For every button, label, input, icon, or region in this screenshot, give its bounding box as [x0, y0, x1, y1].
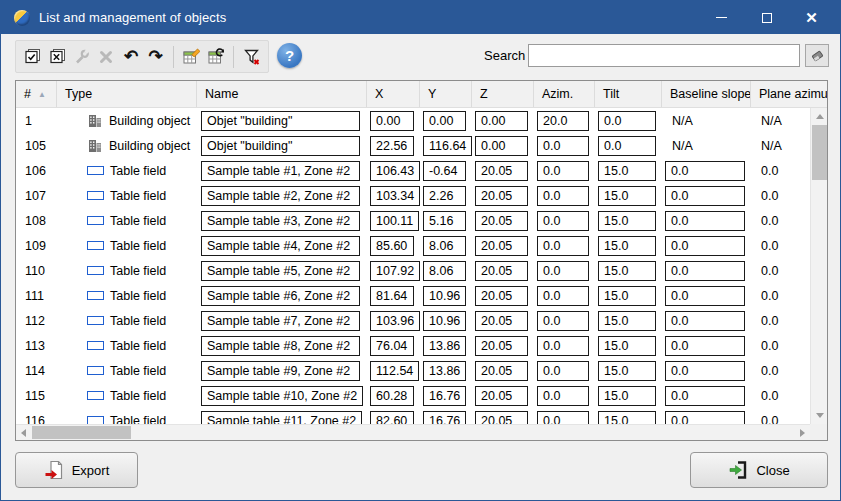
- tilt-field[interactable]: 15.0: [598, 311, 656, 331]
- vertical-scrollbar-thumb[interactable]: [812, 125, 827, 180]
- z-field[interactable]: 20.05: [475, 211, 528, 231]
- azimuth-field[interactable]: 0.0: [537, 136, 589, 156]
- tilt-field[interactable]: 15.0: [598, 186, 656, 206]
- tilt-field[interactable]: 15.0: [598, 161, 656, 181]
- clear-filter-button[interactable]: [239, 43, 264, 70]
- redo-button[interactable]: ↷: [143, 43, 168, 70]
- table-row[interactable]: 112Table fieldSample table #7, Zone #210…: [16, 308, 827, 333]
- table-row[interactable]: 114Table fieldSample table #9, Zone #211…: [16, 358, 827, 383]
- z-field[interactable]: 20.05: [475, 261, 528, 281]
- x-field[interactable]: 85.60: [370, 236, 414, 256]
- azimuth-field[interactable]: 0.0: [537, 336, 589, 356]
- column-header-number[interactable]: # ▲: [16, 81, 57, 107]
- column-header-baseline-slope[interactable]: Baseline slope: [662, 81, 751, 107]
- export-button[interactable]: Export: [15, 452, 138, 488]
- baseline-slope-field[interactable]: 0.0: [665, 311, 745, 331]
- azimuth-field[interactable]: 0.0: [537, 311, 589, 331]
- baseline-slope-field[interactable]: 0.0: [665, 386, 745, 406]
- name-field[interactable]: Objet "building": [201, 111, 360, 131]
- select-all-button[interactable]: [20, 43, 45, 70]
- x-field[interactable]: 60.28: [370, 386, 414, 406]
- x-field[interactable]: 82.60: [370, 411, 414, 425]
- close-button[interactable]: Close: [690, 452, 828, 488]
- delete-button[interactable]: [94, 43, 119, 70]
- table-row[interactable]: 116Table fieldSample table #11, Zone #28…: [16, 408, 827, 424]
- tilt-field[interactable]: 15.0: [598, 411, 656, 425]
- x-field[interactable]: 76.04: [370, 336, 414, 356]
- azimuth-field[interactable]: 0.0: [537, 161, 589, 181]
- z-field[interactable]: 20.05: [475, 161, 528, 181]
- name-field[interactable]: Sample table #10, Zone #2: [201, 386, 363, 406]
- baseline-slope-field[interactable]: 0.0: [665, 261, 745, 281]
- z-field[interactable]: 20.05: [475, 361, 528, 381]
- y-field[interactable]: 5.16: [423, 211, 466, 231]
- azimuth-field[interactable]: 0.0: [537, 186, 589, 206]
- column-header-type[interactable]: Type: [57, 81, 197, 107]
- tilt-field[interactable]: 15.0: [598, 361, 656, 381]
- y-field[interactable]: 8.06: [423, 236, 466, 256]
- azimuth-field[interactable]: 0.0: [537, 286, 589, 306]
- column-header-z[interactable]: Z: [472, 81, 534, 107]
- azimuth-field[interactable]: 0.0: [537, 411, 589, 425]
- z-field[interactable]: 20.05: [475, 286, 528, 306]
- x-field[interactable]: 107.92: [370, 261, 420, 281]
- name-field[interactable]: Sample table #6, Zone #2: [201, 286, 360, 306]
- x-field[interactable]: 103.34: [370, 186, 420, 206]
- name-field[interactable]: Objet "building": [201, 136, 360, 156]
- baseline-slope-field[interactable]: 0.0: [665, 336, 745, 356]
- x-field[interactable]: 81.64: [370, 286, 414, 306]
- tilt-field[interactable]: 15.0: [598, 386, 656, 406]
- minimize-button[interactable]: [699, 1, 744, 34]
- y-field[interactable]: 16.76: [423, 386, 466, 406]
- y-field[interactable]: 2.26: [423, 186, 466, 206]
- azimuth-field[interactable]: 0.0: [537, 261, 589, 281]
- tilt-field[interactable]: 15.0: [598, 286, 656, 306]
- tilt-field[interactable]: 15.0: [598, 211, 656, 231]
- table-row[interactable]: 109Table fieldSample table #4, Zone #285…: [16, 233, 827, 258]
- undo-button[interactable]: ↶: [119, 43, 144, 70]
- baseline-slope-field[interactable]: 0.0: [665, 211, 745, 231]
- x-field[interactable]: 100.11: [370, 211, 419, 231]
- baseline-slope-field[interactable]: 0.0: [665, 286, 745, 306]
- name-field[interactable]: Sample table #9, Zone #2: [201, 361, 360, 381]
- azimuth-field[interactable]: 20.0: [537, 111, 589, 131]
- help-button[interactable]: ?: [277, 43, 302, 68]
- column-header-tilt[interactable]: Tilt: [595, 81, 662, 107]
- edit-table-button[interactable]: [179, 43, 204, 70]
- table-row[interactable]: 115Table fieldSample table #10, Zone #26…: [16, 383, 827, 408]
- table-row[interactable]: 105Building objectObjet "building"22.561…: [16, 133, 827, 158]
- name-field[interactable]: Sample table #11, Zone #2: [201, 411, 362, 425]
- unselect-all-button[interactable]: [45, 43, 70, 70]
- tilt-field[interactable]: 0.0: [598, 136, 656, 156]
- vertical-scrollbar[interactable]: [810, 108, 827, 424]
- scroll-right-icon[interactable]: [800, 429, 805, 437]
- name-field[interactable]: Sample table #1, Zone #2: [201, 161, 360, 181]
- x-field[interactable]: 0.00: [370, 111, 414, 131]
- y-field[interactable]: 116.64: [423, 136, 472, 156]
- column-header-plane-azimuth[interactable]: Plane azimuth: [751, 81, 827, 107]
- column-header-name[interactable]: Name: [197, 81, 367, 107]
- baseline-slope-field[interactable]: 0.0: [665, 161, 745, 181]
- name-field[interactable]: Sample table #4, Zone #2: [201, 236, 360, 256]
- y-field[interactable]: 16.76: [423, 411, 466, 425]
- z-field[interactable]: 20.05: [475, 411, 528, 425]
- horizontal-scrollbar-thumb[interactable]: [32, 426, 131, 439]
- reset-table-button[interactable]: [204, 43, 229, 70]
- y-field[interactable]: 13.86: [423, 361, 466, 381]
- name-field[interactable]: Sample table #7, Zone #2: [201, 311, 360, 331]
- azimuth-field[interactable]: 0.0: [537, 361, 589, 381]
- x-field[interactable]: 22.56: [370, 136, 414, 156]
- name-field[interactable]: Sample table #8, Zone #2: [201, 336, 360, 356]
- z-field[interactable]: 20.05: [475, 311, 528, 331]
- azimuth-field[interactable]: 0.0: [537, 386, 589, 406]
- y-field[interactable]: 8.06: [423, 261, 466, 281]
- baseline-slope-field[interactable]: 0.0: [665, 411, 745, 425]
- tilt-field[interactable]: 15.0: [598, 236, 656, 256]
- table-row[interactable]: 110Table fieldSample table #5, Zone #210…: [16, 258, 827, 283]
- table-row[interactable]: 108Table fieldSample table #3, Zone #210…: [16, 208, 827, 233]
- scroll-up-icon[interactable]: [816, 114, 824, 119]
- y-field[interactable]: 13.86: [423, 336, 466, 356]
- column-header-x[interactable]: X: [367, 81, 420, 107]
- y-field[interactable]: 10.96: [423, 311, 466, 331]
- table-row[interactable]: 106Table fieldSample table #1, Zone #210…: [16, 158, 827, 183]
